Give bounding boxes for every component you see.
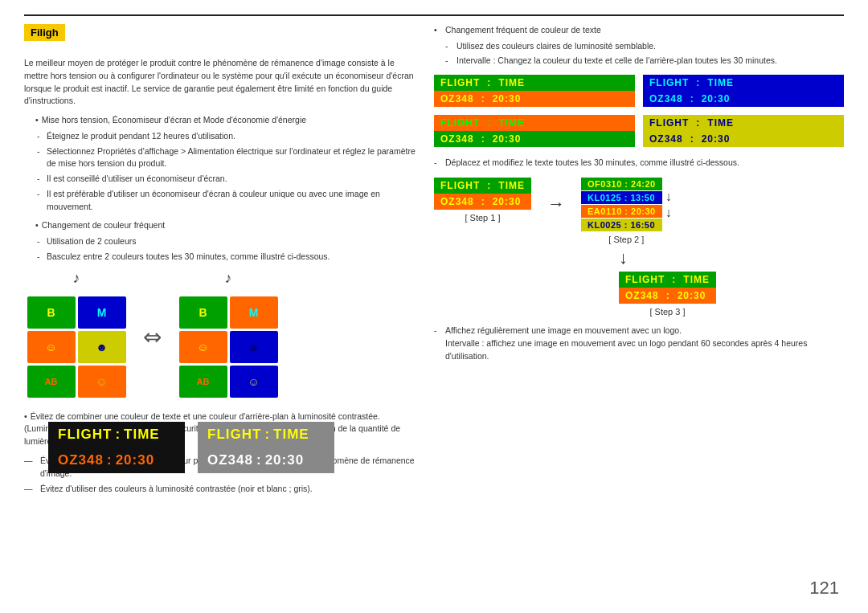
section-heading: Filigh: [24, 24, 418, 49]
step2-label: [ Step 2 ]: [608, 235, 644, 244]
fd-green-orange: FLIGHT : TIME OZ348 : 20:30: [434, 75, 635, 107]
fd-row2: OZ348 : 20:30: [643, 131, 844, 147]
fd-row2: OZ348 : 20:30: [434, 91, 635, 107]
icon-cell: ☺: [179, 331, 227, 363]
heading-label: Filigh: [24, 24, 65, 41]
step3-label: [ Step 3 ]: [649, 307, 685, 317]
step2-box: OF0310 : 24:20 KL0125 : 13:50 EA0110 : 2…: [581, 178, 672, 244]
music-note-icon-right: ♪: [225, 270, 232, 287]
right-bullet-1: Changement fréquent de couleur de texte: [434, 24, 844, 37]
icon-grid-1: B M ☺ ☻ AB ☺: [27, 296, 126, 398]
top-border: [24, 14, 844, 16]
arrow-down-icon-1: ↓: [665, 190, 672, 204]
right-sub-1-2: Intervalle : Changez la couleur du texte…: [434, 55, 844, 67]
down-arrows: ↓ ↓: [665, 178, 672, 231]
fd-row2: OZ348 : 20:30: [434, 131, 635, 147]
icon-cell: AB: [27, 366, 76, 398]
mf-row-3: EA0110 : 20:30: [581, 205, 662, 218]
right-sub-1-1: Utilisez des couleurs claires de luminos…: [434, 40, 844, 53]
lfd-dark-row2: OZ348 : 20:30: [48, 447, 185, 473]
step1-box: FLIGHT : TIME OZ348 : 20:30 [ Step 1 ]: [434, 178, 531, 223]
icon-cell: ☺: [27, 331, 76, 363]
intro-text: Le meilleur moyen de protéger le produit…: [24, 57, 418, 108]
lfd-gray-row1: FLIGHT : TIME: [198, 422, 334, 447]
fd-row2: OZ348 : 20:30: [434, 194, 531, 210]
fd-row1: FLIGHT : TIME: [619, 272, 716, 288]
fd-row1: FLIGHT : TIME: [643, 75, 844, 91]
arrow-right-icon: →: [547, 194, 565, 215]
arrow-down-icon-2: ↓: [665, 206, 672, 220]
em-text-2: Évitez d'utiliser des couleurs à luminos…: [24, 483, 418, 496]
move-text: - Déplacez et modifiez le texte toutes l…: [434, 157, 844, 170]
sub-1-3: Il est conseillé d'utiliser un économise…: [47, 173, 418, 186]
mf-row-4: KL0025 : 16:50: [581, 219, 662, 231]
fd-row1: FLIGHT : TIME: [434, 75, 635, 91]
icon-cell: M: [78, 296, 126, 329]
fd-row2: OZ348 : 20:30: [619, 288, 716, 304]
step1-display: FLIGHT : TIME OZ348 : 20:30: [434, 178, 531, 210]
bottom-displays: FLIGHT : TIME OZ348 : 20:30 FLIGHT : TIM…: [48, 422, 334, 473]
right-column: Changement fréquent de couleur de texte …: [434, 24, 844, 362]
step-section: FLIGHT : TIME OZ348 : 20:30 [ Step 1 ] →…: [434, 178, 844, 244]
icon-cell: B: [27, 296, 76, 329]
mf-row-1: OF0310 : 24:20: [581, 178, 662, 190]
fd-row1: FLIGHT : TIME: [434, 115, 635, 131]
sub-2-2: Basculez entre 2 couleurs toutes les 30 …: [47, 251, 418, 264]
lfd-dark-row1: FLIGHT : TIME: [48, 422, 185, 447]
fd-yellow-blue: FLIGHT : TIME OZ348 : 20:30: [643, 115, 844, 147]
icon-cell: B: [179, 296, 227, 329]
multi-flight-display: OF0310 : 24:20 KL0125 : 13:50 EA0110 : 2…: [581, 178, 662, 231]
icon-grids-wrapper: ♪ B M ☺ ☻ AB ☺ ⇔ ♪ B M ☺ ☻ AB ☺: [24, 270, 418, 404]
step3-display: FLIGHT : TIME OZ348 : 20:30: [619, 272, 716, 304]
swap-arrow-icon: ⇔: [137, 324, 168, 350]
fd-row1: FLIGHT : TIME: [643, 115, 844, 131]
large-flight-display-dark: FLIGHT : TIME OZ348 : 20:30: [48, 422, 185, 473]
icon-cell: ☻: [78, 331, 126, 363]
logo-text: - Affichez régulièrement une image en mo…: [434, 325, 844, 362]
fd-orange-green: FLIGHT : TIME OZ348 : 20:30: [434, 115, 635, 147]
left-column: Filigh Le meilleur moyen de protéger le …: [24, 24, 418, 505]
mf-row-2: KL0125 : 13:50: [581, 191, 662, 204]
right-displays-grid: FLIGHT : TIME OZ348 : 20:30 FLIGHT : TIM…: [434, 75, 844, 147]
bullet-1: •Mise hors tension, Économiseur d'écran …: [35, 114, 418, 127]
arrow-down-step3-icon: ↓: [619, 247, 628, 268]
fd-row2: OZ348 : 20:30: [643, 91, 844, 107]
icon-cell: M: [230, 296, 278, 329]
sub-1-4: Il est préférable d'utiliser un économis…: [47, 188, 418, 214]
step3-box: FLIGHT : TIME OZ348 : 20:30 [ Step 3 ]: [619, 272, 716, 317]
lfd-gray-row2: OZ348 : 20:30: [198, 447, 334, 473]
music-note-icon-left: ♪: [73, 270, 80, 287]
fd-blue-blue: FLIGHT : TIME OZ348 : 20:30: [643, 75, 844, 107]
icon-cell: ☺: [230, 366, 278, 398]
icon-cell: ☺: [78, 366, 126, 398]
sub-2-1: Utilisation de 2 couleurs: [47, 235, 418, 248]
bullet-2: •Changement de couleur fréquent: [35, 219, 418, 232]
step3-wrapper: ↓ FLIGHT : TIME OZ348 : 20:30 [ Step 3 ]: [434, 247, 844, 317]
sub-1-2: Sélectionnez Propriétés d'affichage > Al…: [47, 145, 418, 171]
icon-grid-2: B M ☺ ☻ AB ☺: [179, 296, 278, 398]
icon-cell: ☻: [230, 331, 278, 363]
page-number: 121: [809, 578, 839, 599]
sub-1-1: Éteignez le produit pendant 12 heures d'…: [47, 130, 418, 143]
fd-row1: FLIGHT : TIME: [434, 178, 531, 194]
step1-label: [ Step 1 ]: [465, 213, 500, 223]
icon-cell: AB: [179, 366, 227, 398]
large-flight-display-gray: FLIGHT : TIME OZ348 : 20:30: [198, 422, 334, 473]
